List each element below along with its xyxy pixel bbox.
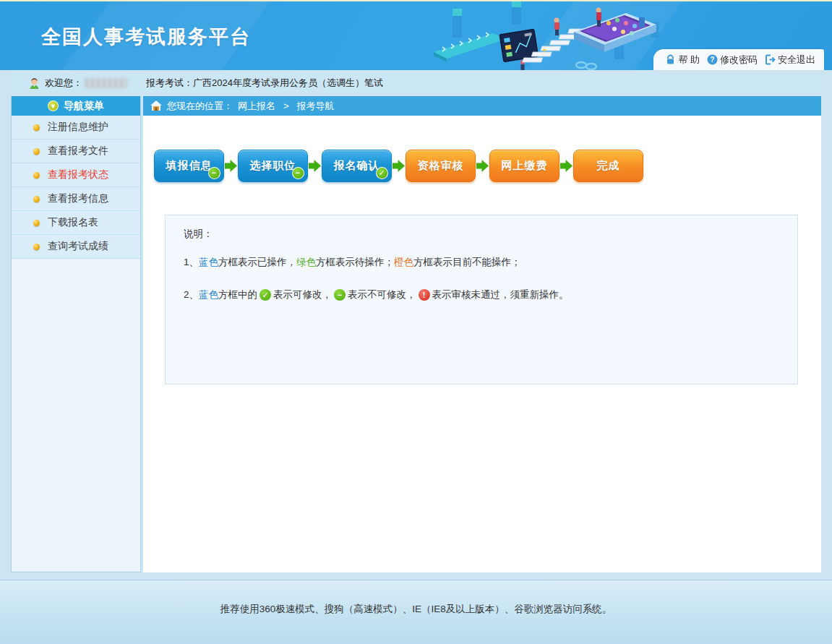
footer: 推荐使用360极速模式、搜狗（高速模式）、IE（IE8及以上版本）、谷歌浏览器访…	[0, 580, 832, 644]
blue-word: 蓝色	[199, 255, 218, 270]
sidebar-item-label: 查看报考信息	[48, 192, 108, 205]
question-icon: ?	[707, 54, 718, 65]
exam-label: 报考考试：	[146, 77, 193, 88]
welcome-bar: 欢迎您： 报考考试：广西2024年度考试录用公务员（选调生）笔试	[11, 74, 821, 92]
note-line-number: 1、	[184, 255, 199, 270]
arrow-right-icon	[309, 160, 321, 172]
alert-circle-icon: !	[419, 289, 430, 301]
breadcrumb-separator: >	[283, 100, 289, 111]
step-label: 报名确认	[334, 159, 380, 173]
sidebar: ▼ 导航菜单 注册信息维护 查看报考文件 查看报考状态 查看报	[11, 96, 141, 572]
header-illustration	[432, 1, 671, 70]
note-box: 说明： 1、蓝色方框表示已操作，绿色方框表示待操作；橙色方框表示目前不能操作； …	[165, 215, 798, 385]
breadcrumb-current: 报考导航	[297, 100, 335, 113]
sidebar-item-label: 下载报名表	[48, 216, 98, 229]
logout-icon	[765, 54, 776, 65]
sidebar-fill	[12, 259, 140, 572]
utility-bar: 帮 助 ? 修改密码 安全退出	[653, 49, 824, 70]
bullet-icon	[33, 124, 40, 131]
step-flow: 填报信息 − 选择职位 − 报名确认 ✓ 资格审核	[154, 150, 821, 182]
step-label: 完成	[597, 159, 620, 173]
content-body: 填报信息 − 选择职位 − 报名确认 ✓ 资格审核	[143, 116, 821, 572]
main: ▼ 导航菜单 注册信息维护 查看报考文件 查看报考状态 查看报	[11, 96, 821, 572]
bullet-icon	[33, 196, 40, 202]
sidebar-item-view-application-status[interactable]: 查看报考状态	[12, 163, 140, 187]
note-text: 方框中的	[218, 288, 257, 302]
sidebar-item-download-form[interactable]: 下载报名表	[12, 211, 140, 235]
bullet-icon	[33, 172, 40, 179]
blue-word: 蓝色	[199, 288, 218, 302]
page: 全国人事考试服务平台 帮 助 ? 修改密码 安全退出	[0, 0, 832, 644]
step-select-position-button[interactable]: 选择职位 −	[238, 150, 308, 182]
help-link[interactable]: 帮 助	[665, 53, 700, 66]
step-label: 填报信息	[166, 159, 213, 173]
step-qualification-review-button[interactable]: 资格审核	[406, 150, 476, 182]
step-label: 资格审核	[418, 159, 464, 173]
note-text: 表示可修改，	[273, 288, 332, 302]
note-line-2: 2、蓝色方框中的✓表示可修改，−表示不可修改，!表示审核未通过，须重新操作。	[184, 288, 779, 302]
sidebar-item-query-scores[interactable]: 查询考试成绩	[12, 235, 140, 259]
note-text: 方框表示已操作，	[218, 255, 296, 270]
green-word: 绿色	[296, 255, 316, 270]
welcome-label: 欢迎您：	[45, 77, 82, 90]
logout-label: 安全退出	[778, 53, 815, 66]
arrow-right-icon	[393, 160, 405, 172]
note-line-number: 2、	[184, 288, 199, 302]
arrow-right-icon	[225, 160, 237, 172]
sidebar-menu-header[interactable]: ▼ 导航菜单	[12, 96, 140, 116]
sidebar-menu-list: 注册信息维护 查看报考文件 查看报考状态 查看报考信息 下载报名表	[12, 116, 140, 259]
user-avatar-icon	[28, 77, 40, 90]
sidebar-item-register-info[interactable]: 注册信息维护	[12, 116, 140, 139]
chevron-down-icon: ▼	[48, 100, 59, 111]
step-label: 网上缴费	[502, 159, 548, 173]
sidebar-item-label: 注册信息维护	[48, 121, 108, 134]
home-icon	[150, 100, 162, 111]
footer-text: 推荐使用360极速模式、搜狗（高速模式）、IE（IE8及以上版本）、谷歌浏览器访…	[220, 603, 612, 644]
minus-circle-icon: −	[334, 289, 346, 301]
bullet-icon	[33, 244, 40, 250]
note-text: 方框表示待操作；	[316, 255, 394, 270]
sidebar-item-view-exam-files[interactable]: 查看报考文件	[12, 139, 140, 163]
exam-info: 报考考试：广西2024年度考试录用公务员（选调生）笔试	[146, 77, 383, 90]
exam-name: 广西2024年度考试录用公务员（选调生）笔试	[193, 77, 383, 88]
note-text: 方框表示目前不能操作；	[413, 255, 521, 270]
step-label: 选择职位	[250, 159, 296, 173]
note-line-1: 1、蓝色方框表示已操作，绿色方框表示待操作；橙色方框表示目前不能操作；	[184, 255, 779, 270]
sidebar-item-label: 查看报考状态	[48, 168, 108, 181]
menu-title: 导航菜单	[64, 100, 104, 113]
redacted-username	[85, 78, 127, 88]
change-password-link[interactable]: ? 修改密码	[707, 53, 758, 66]
bullet-icon	[33, 220, 40, 226]
help-label: 帮 助	[678, 53, 700, 66]
check-badge-icon: ✓	[376, 167, 388, 179]
content: 您现在的位置：网上报名 > 报考导航 填报信息 − 选择职位 −	[143, 96, 821, 572]
note-text: 表示不可修改，	[348, 288, 416, 302]
step-complete-button[interactable]: 完成	[573, 150, 643, 182]
sidebar-item-label: 查询考试成绩	[48, 240, 108, 253]
lock-icon	[665, 54, 676, 65]
sidebar-item-label: 查看报考文件	[48, 145, 108, 158]
arrow-right-icon	[560, 160, 572, 172]
step-fill-info-button[interactable]: 填报信息 −	[154, 150, 224, 182]
sidebar-item-view-application-info[interactable]: 查看报考信息	[12, 187, 140, 211]
check-circle-icon: ✓	[260, 289, 271, 301]
step-confirm-registration-button[interactable]: 报名确认 ✓	[322, 150, 392, 182]
bullet-icon	[33, 148, 40, 155]
logout-link[interactable]: 安全退出	[765, 53, 815, 66]
step-online-payment-button[interactable]: 网上缴费	[489, 150, 559, 182]
breadcrumb-section[interactable]: 网上报名	[238, 100, 275, 113]
arrow-right-icon	[476, 160, 489, 172]
header: 全国人事考试服务平台 帮 助 ? 修改密码 安全退出	[0, 1, 832, 70]
minus-badge-icon: −	[292, 167, 304, 179]
note-title: 说明：	[184, 228, 779, 241]
note-text: 表示审核未通过，须重新操作。	[432, 288, 569, 302]
minus-badge-icon: −	[208, 167, 220, 179]
page-title: 全国人事考试服务平台	[41, 24, 251, 50]
orange-word: 橙色	[394, 255, 413, 270]
svg-text:?: ?	[710, 56, 714, 64]
change-password-label: 修改密码	[720, 53, 758, 66]
breadcrumb: 您现在的位置：网上报名 > 报考导航	[143, 96, 821, 116]
breadcrumb-prefix: 您现在的位置：	[167, 100, 233, 113]
